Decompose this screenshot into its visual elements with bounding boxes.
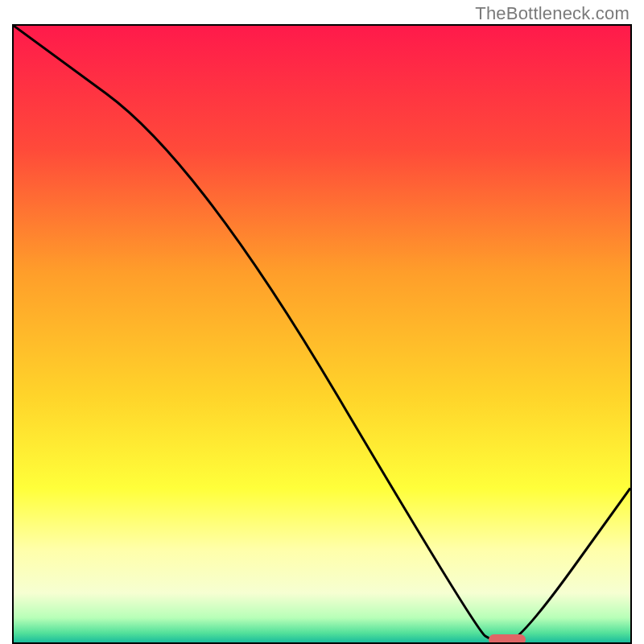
watermark-text: TheBottleneck.com xyxy=(475,3,630,24)
chart-frame xyxy=(12,24,632,644)
gradient-background xyxy=(14,26,630,642)
optimal-range-marker xyxy=(489,634,526,644)
svg-rect-0 xyxy=(14,26,630,642)
